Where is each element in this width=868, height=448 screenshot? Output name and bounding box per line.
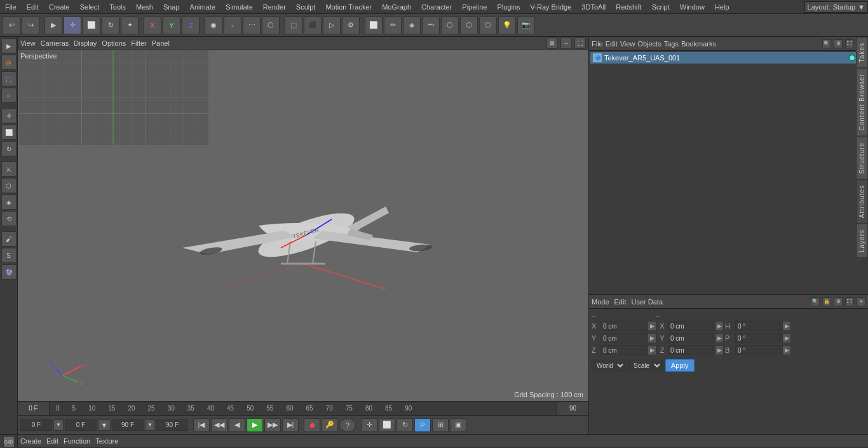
attr-z-pos-input[interactable] xyxy=(600,345,646,355)
edge-mode-button[interactable]: ⋯ xyxy=(243,17,261,34)
light-button[interactable]: 💡 xyxy=(498,17,516,34)
menu-redshift[interactable]: Redshift xyxy=(611,2,646,12)
object-visible-dot[interactable] xyxy=(849,55,855,61)
end-frame-down[interactable]: ▼ xyxy=(145,419,155,431)
viewport-icon1[interactable]: ⊠ xyxy=(546,37,558,49)
play-back-button[interactable]: ◀ xyxy=(229,418,245,432)
object-mode-button[interactable]: ◉ xyxy=(205,17,222,34)
play-forward-button[interactable]: ▶ xyxy=(247,418,263,432)
bevel-button[interactable]: ◈ xyxy=(1,194,17,210)
start-frame-input[interactable] xyxy=(20,419,52,431)
viewport-action-button[interactable]: ▣ xyxy=(450,418,466,432)
render-active-button[interactable]: ▷ xyxy=(323,17,341,34)
menu-mograph[interactable]: MoGraph xyxy=(377,2,416,12)
paint-button[interactable]: 🖌 xyxy=(1,231,17,247)
menu-window[interactable]: Window xyxy=(675,2,710,12)
scale-tool-button[interactable]: ⬜ xyxy=(83,17,100,34)
x-axis-button[interactable]: X xyxy=(144,17,161,34)
attr-x-rot-arrow[interactable]: ▶ xyxy=(715,321,724,331)
obj-menu-bookmarks[interactable]: Bookmarks xyxy=(681,40,716,48)
help-button[interactable]: ? xyxy=(339,418,356,432)
menu-plugins[interactable]: Plugins xyxy=(492,2,525,12)
loop-cut-button[interactable]: ⟲ xyxy=(1,211,17,226)
z-axis-button[interactable]: Z xyxy=(182,17,200,34)
menu-select[interactable]: Select xyxy=(75,2,105,12)
total-frames-input[interactable] xyxy=(156,419,188,431)
poly-create-button[interactable]: ◈ xyxy=(403,17,421,34)
render-settings-button[interactable]: ⚙ xyxy=(342,17,360,34)
structure-tab[interactable]: Structure xyxy=(856,137,868,180)
attr-settings-icon[interactable]: ⚙ xyxy=(834,297,843,306)
vp-menu-filter[interactable]: Filter xyxy=(131,39,146,47)
live-selection-button[interactable]: ◎ xyxy=(1,55,17,70)
point-mode-button[interactable]: ◦ xyxy=(224,17,241,34)
frame-down-btn[interactable]: ▼ xyxy=(98,419,111,431)
menu-3dtoall[interactable]: 3DToAll xyxy=(576,2,611,12)
mat-menu-texture[interactable]: Texture xyxy=(95,437,118,445)
grid-action-button[interactable]: ⊞ xyxy=(432,418,449,432)
deform-button[interactable]: ⬡ xyxy=(460,17,478,34)
select-mode-button[interactable]: ▶ xyxy=(44,17,62,34)
move-tool-button[interactable]: ✛ xyxy=(64,17,81,34)
viewport[interactable]: TEKEVER X Z Y Perspective Grid Spacing :… xyxy=(18,50,588,401)
selection-tool-button[interactable]: ▶ xyxy=(1,38,17,53)
knife-tool-button[interactable]: ⚔ xyxy=(1,161,17,177)
menu-pipeline[interactable]: Pipeline xyxy=(457,2,492,12)
render-view-button[interactable]: ⬛ xyxy=(304,17,322,34)
rectangle-select-button[interactable]: ⬚ xyxy=(1,71,17,86)
content-browser-tab[interactable]: Content Browser xyxy=(856,68,868,136)
rotate-action-button[interactable]: ↻ xyxy=(397,418,413,432)
layout-selector[interactable]: Layout: Startup ▼ xyxy=(804,1,868,13)
vp-menu-view[interactable]: View xyxy=(20,39,36,47)
snap-action-button[interactable]: P xyxy=(414,418,431,432)
attr-y-rot-input[interactable] xyxy=(668,333,714,343)
menu-script[interactable]: Script xyxy=(647,2,675,12)
menu-render[interactable]: Render xyxy=(258,2,291,12)
attr-y-rot-arrow[interactable]: ▶ xyxy=(715,333,724,343)
move-action-button[interactable]: ✛ xyxy=(361,418,377,432)
menu-mesh[interactable]: Mesh xyxy=(131,2,158,12)
obj-expand-icon[interactable]: ⛶ xyxy=(845,39,854,48)
rotate-tool-button[interactable]: ↻ xyxy=(102,17,119,34)
scale-button[interactable]: ⬜ xyxy=(1,125,17,140)
attr-b-input[interactable] xyxy=(735,345,781,355)
attr-menu-mode[interactable]: Mode xyxy=(592,298,609,306)
spline-button[interactable]: 〜 xyxy=(422,17,440,34)
mat-menu-create[interactable]: Create xyxy=(20,437,41,445)
world-dropdown[interactable]: World xyxy=(592,360,626,371)
menu-tools[interactable]: Tools xyxy=(104,2,131,12)
start-frame-down[interactable]: ▼ xyxy=(53,419,64,431)
obj-menu-objects[interactable]: Objects xyxy=(637,40,661,48)
timeline[interactable]: 0 F 0 5 10 15 20 25 30 35 40 45 50 55 60… xyxy=(18,401,588,415)
obj-menu-view[interactable]: View xyxy=(620,40,635,48)
scale-dropdown[interactable]: Scale xyxy=(628,360,663,371)
layers-tab[interactable]: Layers xyxy=(856,224,868,258)
magnet-button[interactable]: 🔮 xyxy=(1,264,17,280)
obj-search-icon[interactable]: 🔍 xyxy=(822,39,831,48)
apply-button[interactable]: Apply xyxy=(665,359,695,372)
move-button[interactable]: ✛ xyxy=(1,108,17,123)
viewport-icon3[interactable]: ⛶ xyxy=(574,37,586,49)
timeline-track[interactable]: 0 5 10 15 20 25 30 35 40 45 50 55 60 65 … xyxy=(50,402,557,415)
attr-h-input[interactable] xyxy=(735,321,781,331)
menu-simulate[interactable]: Simulate xyxy=(220,2,258,12)
texture-button[interactable]: S xyxy=(1,248,17,263)
render-region-button[interactable]: ⬚ xyxy=(285,17,302,34)
menu-motion-tracker[interactable]: Motion Tracker xyxy=(320,2,377,12)
attr-z-rot-input[interactable] xyxy=(668,345,714,355)
mat-menu-edit[interactable]: Edit xyxy=(46,437,58,445)
attr-search-icon[interactable]: 🔍 xyxy=(811,297,820,306)
attr-h-arrow[interactable]: ▶ xyxy=(782,321,791,331)
obj-menu-file[interactable]: File xyxy=(592,40,603,48)
attributes-tab[interactable]: Attributes xyxy=(856,179,868,224)
obj-settings-icon[interactable]: ⚙ xyxy=(834,39,843,48)
box-primitive-button[interactable]: ⬜ xyxy=(365,17,383,34)
attr-z-rot-arrow[interactable]: ▶ xyxy=(715,345,724,355)
menu-sculpt[interactable]: Sculpt xyxy=(291,2,321,12)
menu-vray[interactable]: V-Ray Bridge xyxy=(526,2,577,12)
takes-tab[interactable]: Takes xyxy=(856,37,868,68)
current-frame-input[interactable] xyxy=(65,419,97,431)
obj-menu-edit[interactable]: Edit xyxy=(606,40,618,48)
attr-x-pos-arrow[interactable]: ▶ xyxy=(648,321,656,331)
attr-y-pos-input[interactable] xyxy=(600,333,646,343)
